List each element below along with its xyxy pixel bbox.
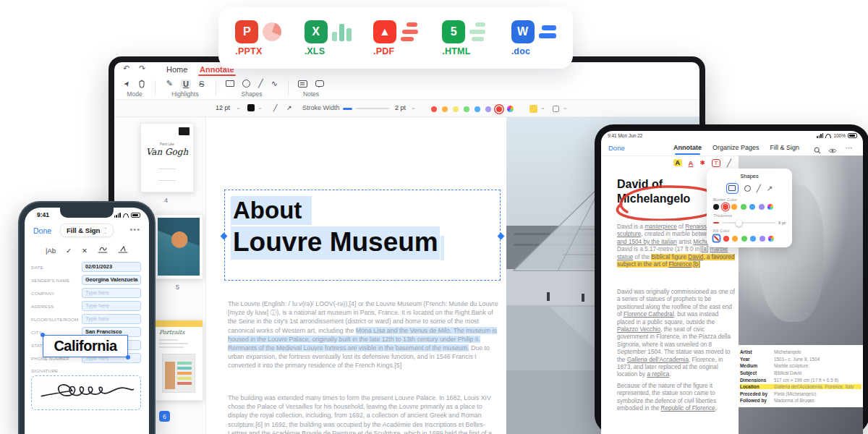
- color-swatch[interactable]: [431, 106, 437, 112]
- underline-text-tool[interactable]: A: [689, 159, 694, 167]
- format-xls[interactable]: X .XLS: [297, 20, 357, 56]
- cross-tool[interactable]: ✕: [82, 247, 88, 255]
- border-color-swatch[interactable]: [749, 204, 755, 210]
- divider: [288, 80, 289, 96]
- textbox-tool[interactable]: T: [712, 159, 720, 167]
- scribble-tool-icon[interactable]: ∿: [271, 79, 278, 88]
- chevron-down-icon[interactable]: ⌄: [236, 104, 241, 111]
- signature-stamp-icon[interactable]: [98, 245, 108, 255]
- format-label: .PPTX: [235, 46, 287, 56]
- address-field[interactable]: Type here: [82, 301, 141, 311]
- chevron-down-icon[interactable]: ⌄: [540, 104, 545, 111]
- california-text-annotation[interactable]: California: [43, 335, 128, 357]
- line-shape[interactable]: ╱: [757, 184, 761, 192]
- pie-decor: [260, 20, 284, 43]
- company-field[interactable]: Type here: [82, 288, 141, 298]
- tab-organize-pages[interactable]: Organize Pages: [712, 144, 760, 151]
- pencil-icon[interactable]: ✎: [166, 79, 173, 88]
- redo-icon[interactable]: ↷: [139, 64, 145, 73]
- format-pptx[interactable]: P .PPTX: [228, 20, 287, 56]
- format-pdf[interactable]: ▲ .PDF: [366, 20, 425, 56]
- line-tool-icon[interactable]: ╱: [258, 79, 263, 88]
- selection-handle-left[interactable]: [221, 233, 228, 240]
- comment-icon[interactable]: [315, 80, 324, 87]
- fill-color-swatch[interactable]: [732, 236, 738, 242]
- resize-handle[interactable]: [41, 333, 45, 337]
- asterisk-tool[interactable]: ✱: [699, 159, 705, 166]
- color-swatch[interactable]: [442, 106, 448, 112]
- cursor-tool-icon[interactable]: ➤: [122, 79, 132, 88]
- tab-home[interactable]: Home: [166, 65, 187, 74]
- fill-color-swatch[interactable]: [760, 236, 765, 242]
- arrow-shape[interactable]: ↗: [767, 184, 773, 192]
- ellipse-tool-icon[interactable]: [242, 80, 250, 88]
- text-tool[interactable]: |Ab: [46, 247, 56, 255]
- fill-color-swatch[interactable]: [750, 236, 756, 242]
- done-button[interactable]: Done: [608, 144, 625, 152]
- check-tool[interactable]: ✓: [66, 247, 72, 255]
- highlight-text-tool[interactable]: A: [673, 159, 682, 166]
- divider: [158, 180, 176, 181]
- stroke-pt-select[interactable]: 2 pt: [395, 104, 406, 111]
- chevron-down-icon[interactable]: ⌄: [411, 104, 416, 111]
- sender-name-field[interactable]: Georgina Valenzuela: [82, 275, 141, 285]
- color-wheel-icon[interactable]: [768, 236, 774, 242]
- color-swatch[interactable]: [464, 106, 469, 112]
- page-thumbnail-4[interactable]: Paint Like Van Gogh: [140, 123, 194, 192]
- color-swatch[interactable]: [485, 106, 491, 112]
- border-color-swatch-selected[interactable]: [723, 204, 728, 210]
- more-icon[interactable]: •••: [129, 225, 140, 234]
- fill-color-swatch[interactable]: [723, 236, 729, 242]
- format-label: .doc: [511, 46, 563, 56]
- selected-title-block[interactable]: About Louvre Museum: [224, 190, 501, 281]
- underline-tool[interactable]: U: [181, 80, 191, 88]
- tab-fill-sign[interactable]: Fill & Sign: [770, 144, 800, 151]
- rectangle-shape-selected[interactable]: [726, 183, 739, 194]
- format-doc[interactable]: W .doc: [504, 20, 563, 56]
- color-wheel-icon[interactable]: [767, 204, 773, 210]
- floor-suite-room-field[interactable]: Type here: [82, 314, 141, 324]
- font-size-select[interactable]: 12 pt: [216, 104, 230, 111]
- text-color-swatch[interactable]: [247, 104, 255, 111]
- resize-handle[interactable]: [126, 355, 130, 359]
- border-color-swatch[interactable]: [759, 204, 765, 210]
- signature-box[interactable]: [31, 375, 141, 410]
- format-html[interactable]: 5 .HTML: [435, 20, 494, 56]
- fill-color-swatch[interactable]: [529, 105, 537, 113]
- text-note-icon[interactable]: [298, 80, 307, 88]
- doc-paragraph-1: The Louvre (English: /ˈluːv(rə)/ LOOV(-r…: [228, 299, 500, 370]
- chevron-down-icon[interactable]: ⌄: [258, 104, 263, 111]
- no-fill-swatch-selected[interactable]: [713, 235, 720, 242]
- chevron-down-icon[interactable]: ⌄: [563, 104, 568, 111]
- page-thumbnail-6[interactable]: Portraits: [154, 320, 203, 401]
- circle-shape[interactable]: [744, 185, 751, 192]
- fill-color-swatch[interactable]: [741, 236, 747, 242]
- border-color-swatch[interactable]: [741, 204, 746, 210]
- stroke-width-slider[interactable]: [356, 108, 389, 109]
- mode-selector[interactable]: Fill & Sign ⌃⌄: [60, 224, 114, 237]
- thickness-slider[interactable]: [722, 222, 775, 224]
- hand-tool-icon[interactable]: [138, 80, 145, 88]
- color-wheel-icon[interactable]: [507, 106, 514, 112]
- line-tool-icon[interactable]: ╱: [727, 158, 731, 167]
- slider-knob[interactable]: [736, 220, 742, 226]
- done-button[interactable]: Done: [33, 226, 51, 235]
- more-icon[interactable]: ⋯: [846, 144, 853, 152]
- color-swatch[interactable]: [453, 106, 459, 112]
- line-style-icon[interactable]: ╱: [273, 104, 277, 111]
- file-formats-card: P .PPTX X .XLS ▲ .PDF 5 .HTML: [218, 7, 573, 69]
- initials-stamp-icon[interactable]: [118, 245, 128, 255]
- border-swatch[interactable]: [553, 106, 559, 112]
- thickness-label: Thickness: [713, 213, 786, 218]
- strikethrough-tool[interactable]: S: [199, 80, 204, 88]
- undo-icon[interactable]: ↶: [123, 64, 129, 73]
- border-color-swatch[interactable]: [713, 204, 719, 210]
- tab-annotate[interactable]: Annotate: [673, 144, 702, 151]
- date-field[interactable]: 02/01/2023: [82, 262, 141, 272]
- page-thumbnail-5[interactable]: [154, 214, 203, 279]
- rectangle-tool-icon[interactable]: [226, 80, 234, 87]
- border-color-swatch[interactable]: [731, 204, 737, 210]
- color-swatch-selected[interactable]: [496, 106, 502, 112]
- arrow-style-icon[interactable]: ↗: [286, 104, 292, 111]
- color-swatch[interactable]: [475, 106, 480, 112]
